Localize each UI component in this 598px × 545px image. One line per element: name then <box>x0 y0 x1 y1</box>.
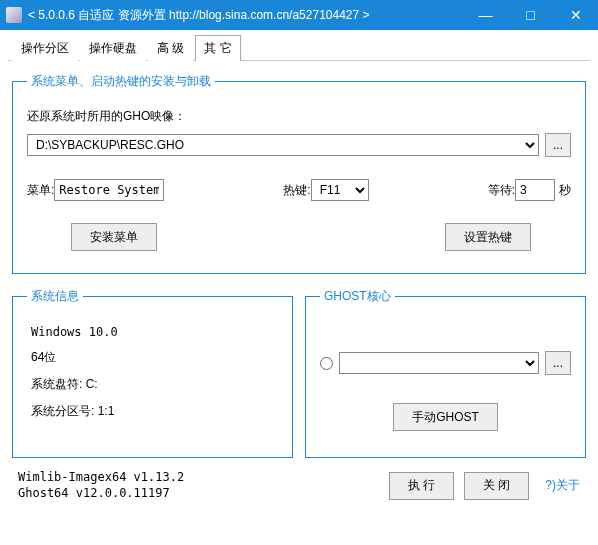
sysinfo-drive: 系统盘符: C: <box>31 376 274 393</box>
tab-advanced[interactable]: 高 级 <box>148 35 193 61</box>
wait-input[interactable] <box>515 179 555 201</box>
ghost-legend: GHOST核心 <box>320 288 395 305</box>
titlebar: < 5.0.0.6 自适应 资源外置 http://blog.sina.com.… <box>0 0 598 30</box>
menu-label: 菜单: <box>27 182 54 199</box>
app-icon <box>6 7 22 23</box>
ghost-radio[interactable] <box>320 357 333 370</box>
tab-partition[interactable]: 操作分区 <box>12 35 78 61</box>
close-app-button[interactable]: 关 闭 <box>464 472 529 500</box>
gho-label: 还原系统时所用的GHO映像： <box>27 108 186 125</box>
hotkey-section: 系统菜单、启动热键的安装与卸载 还原系统时所用的GHO映像： D:\SYBACK… <box>12 73 586 274</box>
manual-ghost-button[interactable]: 手动GHOST <box>393 403 498 431</box>
tab-bar: 操作分区 操作硬盘 高 级 其 它 <box>8 34 590 61</box>
version-info: Wimlib-Imagex64 v1.13.2 Ghost64 v12.0.0.… <box>18 470 379 501</box>
ghost-section: GHOST核心 ... 手动GHOST <box>305 288 586 458</box>
menu-input[interactable] <box>54 179 164 201</box>
hotkey-select[interactable]: F11 <box>311 179 369 201</box>
window-title: < 5.0.0.6 自适应 资源外置 http://blog.sina.com.… <box>28 7 463 24</box>
sysinfo-os: Windows 10.0 <box>31 325 274 339</box>
sysinfo-partition: 系统分区号: 1:1 <box>31 403 274 420</box>
close-button[interactable]: ✕ <box>553 0 598 30</box>
tab-other[interactable]: 其 它 <box>195 35 240 61</box>
version-ghost: Ghost64 v12.0.0.11197 <box>18 486 379 502</box>
run-button[interactable]: 执 行 <box>389 472 454 500</box>
install-menu-button[interactable]: 安装菜单 <box>71 223 157 251</box>
content-area: 操作分区 操作硬盘 高 级 其 它 系统菜单、启动热键的安装与卸载 还原系统时所… <box>0 30 598 519</box>
wait-unit: 秒 <box>559 182 571 199</box>
hotkey-legend: 系统菜单、启动热键的安装与卸载 <box>27 73 215 90</box>
sysinfo-legend: 系统信息 <box>27 288 83 305</box>
gho-path-select[interactable]: D:\SYBACKUP\RESC.GHO <box>27 134 539 156</box>
minimize-button[interactable]: — <box>463 0 508 30</box>
sysinfo-bits: 64位 <box>31 349 274 366</box>
about-link[interactable]: ?)关于 <box>545 477 580 494</box>
tab-disk[interactable]: 操作硬盘 <box>80 35 146 61</box>
version-wimlib: Wimlib-Imagex64 v1.13.2 <box>18 470 379 486</box>
ghost-browse-button[interactable]: ... <box>545 351 571 375</box>
ghost-core-select[interactable] <box>339 352 539 374</box>
footer: Wimlib-Imagex64 v1.13.2 Ghost64 v12.0.0.… <box>8 464 590 511</box>
hotkey-label: 热键: <box>283 182 310 199</box>
sysinfo-section: 系统信息 Windows 10.0 64位 系统盘符: C: 系统分区号: 1:… <box>12 288 293 458</box>
set-hotkey-button[interactable]: 设置热键 <box>445 223 531 251</box>
maximize-button[interactable]: □ <box>508 0 553 30</box>
gho-browse-button[interactable]: ... <box>545 133 571 157</box>
window-controls: — □ ✕ <box>463 0 598 30</box>
wait-label: 等待: <box>488 182 515 199</box>
